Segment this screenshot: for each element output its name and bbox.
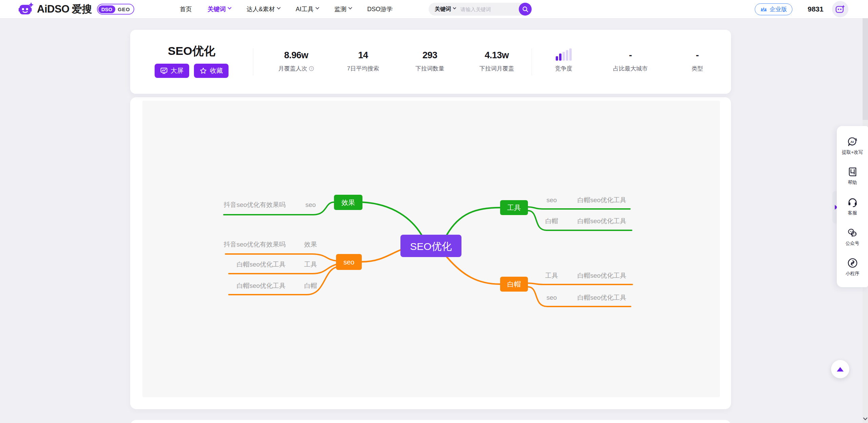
stat-label: 占比最大城市	[613, 65, 648, 72]
stat-value: -	[696, 48, 699, 61]
chevron-down-icon	[315, 6, 319, 9]
dso-geo-badge: DSO GEO	[97, 4, 134, 15]
nav-item-dso-study[interactable]: DSO游学	[367, 5, 393, 13]
crown-icon	[760, 6, 767, 13]
toolbar-label: 小程序	[846, 271, 860, 277]
stat-7day-search: 14 7日平均搜索	[330, 30, 396, 94]
stat-value: 293	[422, 48, 437, 61]
nav-item-ai-tools[interactable]: AI工具	[296, 5, 319, 13]
info-question-icon[interactable]: ?	[309, 66, 314, 71]
mindmap-leaf-row[interactable]: 抖音seo优化有效果吗 效果 白帽seo优化工具 工具 白帽seo优化工具 白帽	[223, 241, 317, 289]
stat-top-city: - 占比最大城市	[597, 30, 664, 94]
favorite-label: 收藏	[210, 66, 223, 75]
toolbar-item-support[interactable]: 客服	[837, 197, 868, 216]
brand-name-cn: 爱搜	[72, 2, 92, 16]
scrollbar-thumb[interactable]	[863, 18, 868, 120]
nav-item-creators[interactable]: 达人&素材	[246, 5, 280, 13]
enterprise-version-button[interactable]: 企业版	[755, 3, 792, 15]
favorite-button[interactable]: 收藏	[194, 64, 229, 78]
nav-item-keywords[interactable]: 关键词	[208, 5, 231, 13]
mindmap-node-tools[interactable]: 工具	[500, 200, 528, 215]
keyword-summary-card: SEO优化 大屏 收藏 8.96w 月覆盖人次 ?	[130, 30, 731, 94]
chevron-down-icon	[453, 6, 456, 9]
badge-geo-label: GEO	[118, 6, 130, 12]
mindmap-leaf-row[interactable]: seo 白帽seo优化工具 白帽 白帽seo优化工具	[545, 196, 626, 225]
scrollbar-down-button[interactable]	[863, 415, 868, 423]
svg-text:AI: AI	[850, 140, 854, 143]
leaf-keyword[interactable]: 白帽seo优化工具	[237, 261, 286, 268]
logo[interactable]: AiDSO 爱搜 DSO GEO	[19, 0, 134, 18]
leaf-prefix[interactable]: 工具	[545, 272, 558, 279]
leaf-prefix[interactable]: seo	[547, 196, 557, 204]
mindmap-leaf-row[interactable]: 抖音seo优化有效果吗 seo	[223, 201, 316, 208]
leaf-prefix[interactable]: 工具	[304, 261, 317, 268]
competition-bars-icon	[556, 48, 572, 61]
mindmap-canvas[interactable]: 抖音seo优化有效果吗 seo 抖音seo优化有效果吗 效果 白帽seo优化工具…	[142, 101, 720, 397]
nav-item-label: 首页	[180, 5, 192, 13]
mindmap-svg: 抖音seo优化有效果吗 seo 抖音seo优化有效果吗 效果 白帽seo优化工具…	[142, 101, 720, 397]
main-menu: 首页 关键词 达人&素材 AI工具 监测 DSO游学	[180, 0, 393, 18]
search-category-label: 关键词	[435, 6, 451, 13]
chevron-down-icon	[277, 6, 280, 9]
mindmap-root-node[interactable]: SEO优化	[400, 235, 461, 257]
toolbar-item-official-account[interactable]: 公众号	[837, 228, 868, 247]
node-label: 白帽	[507, 280, 521, 288]
nav-item-home[interactable]: 首页	[180, 5, 192, 13]
mindmap-card: 抖音seo优化有效果吗 seo 抖音seo优化有效果吗 效果 白帽seo优化工具…	[130, 97, 731, 409]
mindmap-leaf-row[interactable]: 工具 白帽seo优化工具 seo 白帽seo优化工具	[545, 272, 626, 301]
credits-count[interactable]: 9831	[808, 0, 824, 18]
leaf-keyword[interactable]: 白帽seo优化工具	[237, 282, 286, 289]
search-button[interactable]	[519, 3, 532, 16]
stat-dropdown-coverage: 4.13w 下拉词月覆盖	[463, 30, 530, 94]
leaf-prefix[interactable]: 白帽	[304, 282, 317, 289]
toolbar-item-ai-rewrite[interactable]: AI 提取+改写	[837, 136, 868, 155]
big-screen-label: 大屏	[171, 66, 183, 75]
mindmap-node-seo[interactable]: seo	[336, 254, 362, 270]
avatar[interactable]	[832, 1, 848, 17]
brand-name: AiDSO	[37, 3, 70, 15]
big-screen-button[interactable]: 大屏	[155, 64, 189, 78]
leaf-prefix[interactable]: seo	[547, 294, 557, 301]
mindmap-node-effect[interactable]: 效果	[334, 195, 362, 210]
toolbar-label: 提取+改写	[842, 149, 863, 155]
leaf-keyword[interactable]: 白帽seo优化工具	[577, 272, 627, 279]
leaf-keyword[interactable]: 白帽seo优化工具	[577, 217, 627, 225]
leaf-keyword[interactable]: 抖音seo优化有效果吗	[223, 241, 286, 248]
root-label: SEO优化	[410, 241, 452, 252]
leaf-keyword[interactable]: 抖音seo优化有效果吗	[223, 201, 286, 208]
stat-type: - 类型	[664, 30, 731, 94]
nav-item-label: DSO游学	[367, 5, 393, 13]
stat-value: 4.13w	[485, 48, 509, 61]
enterprise-label: 企业版	[770, 5, 787, 13]
divider	[253, 48, 253, 76]
leaf-keyword[interactable]: 白帽seo优化工具	[577, 294, 627, 301]
stat-monthly-coverage: 8.96w 月覆盖人次 ?	[263, 30, 330, 94]
leaf-prefix[interactable]: 效果	[304, 241, 317, 248]
search-icon	[522, 6, 529, 13]
nav-item-monitor[interactable]: 监测	[334, 5, 352, 13]
avatar-robot-icon	[835, 5, 845, 14]
stat-label: 类型	[691, 65, 703, 72]
chevron-down-icon	[348, 6, 352, 9]
toolbar-item-help[interactable]: 帮助	[837, 167, 868, 186]
page-title: SEO优化	[130, 43, 253, 59]
search-input[interactable]	[460, 6, 505, 12]
node-label: seo	[343, 258, 354, 266]
leaf-prefix[interactable]: seo	[305, 201, 316, 208]
chevron-down-icon	[863, 417, 868, 421]
leaf-prefix[interactable]: 白帽	[545, 217, 558, 225]
wechat-icon	[847, 228, 858, 238]
search-bar: 关键词	[429, 3, 532, 16]
svg-text:?: ?	[311, 67, 312, 70]
stat-label: 下拉词数量	[415, 65, 444, 72]
top-nav: AiDSO 爱搜 DSO GEO 首页 关键词 达人&素材 AI工具 监测 DS…	[0, 0, 868, 18]
stat-value: -	[629, 48, 632, 61]
floating-toolbar: AI 提取+改写 帮助 客服 公众号	[837, 126, 868, 287]
mindmap-node-whitehat[interactable]: 白帽	[500, 277, 528, 292]
search-category-dropdown[interactable]: 关键词	[435, 6, 456, 13]
header-actions: 大屏 收藏	[130, 64, 253, 78]
toolbar-item-miniprogram[interactable]: 小程序	[837, 258, 868, 277]
back-to-top-button[interactable]	[831, 360, 849, 378]
leaf-keyword[interactable]: 白帽seo优化工具	[577, 196, 627, 204]
stat-label: 7日平均搜索	[347, 65, 379, 72]
